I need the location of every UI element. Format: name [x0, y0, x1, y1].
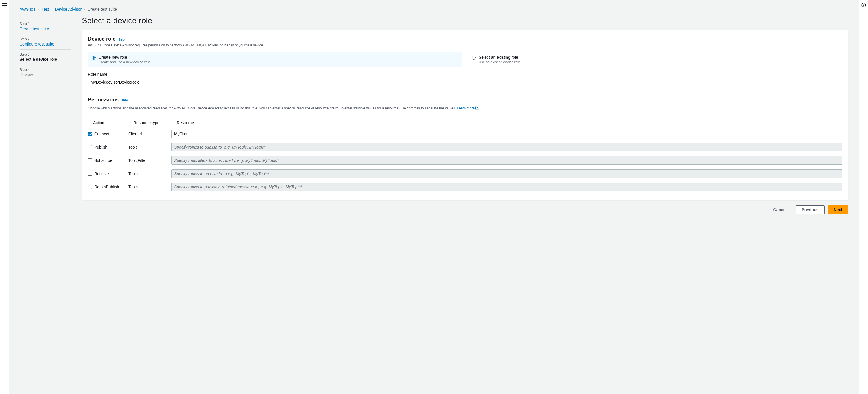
section-description: Choose which actions and the associated … [88, 106, 842, 111]
info-link[interactable]: Info [122, 98, 128, 102]
option-desc: Create and use a new device role [98, 60, 150, 64]
form-panel: Device role Info AWS IoT Core Device Adv… [82, 30, 848, 201]
chevron-right-icon: › [51, 7, 53, 11]
wizard-footer: Cancel Previous Next [82, 205, 848, 214]
info-icon[interactable] [861, 3, 866, 394]
chevron-right-icon: › [84, 7, 85, 11]
resource-input [172, 156, 842, 165]
perm-row-retainpublish: RetainPublish Topic [88, 180, 842, 194]
perm-row-subscribe: Subscribe TopicFilter [88, 154, 842, 167]
radio-icon [472, 56, 476, 60]
resource-input [172, 183, 842, 191]
section-heading: Permissions [88, 97, 119, 103]
resource-input [172, 169, 842, 178]
wizard-step-2[interactable]: Step 2 Configure test suite [20, 34, 71, 50]
svg-rect-2 [863, 5, 864, 7]
checkbox[interactable] [88, 145, 92, 149]
previous-button[interactable]: Previous [796, 205, 825, 214]
action-label: Publish [94, 145, 107, 150]
perm-row-connect: Connect ClientId [88, 127, 842, 140]
external-link-icon [475, 106, 479, 111]
radio-icon [92, 56, 96, 60]
next-button[interactable]: Next [828, 205, 848, 214]
option-existing-role[interactable]: Select an existing role Use an existing … [468, 52, 842, 67]
svg-point-1 [863, 4, 864, 5]
section-device-role: Device role Info AWS IoT Core Device Adv… [88, 36, 842, 87]
col-action: Action [93, 121, 133, 125]
step-title[interactable]: Configure test suite [20, 42, 71, 46]
step-label: Step 3 [20, 53, 71, 57]
resource-type: Topic [128, 145, 172, 150]
breadcrumb-link[interactable]: AWS IoT [20, 7, 36, 11]
checkbox[interactable] [88, 132, 92, 136]
section-permissions: Permissions Info Choose which actions an… [88, 97, 842, 111]
checkbox[interactable] [88, 185, 92, 189]
col-resource: Resource [177, 121, 842, 125]
step-label: Step 2 [20, 37, 71, 41]
col-resource-type: Resource type [133, 121, 177, 125]
resource-input [172, 143, 842, 152]
step-title: Review [20, 72, 71, 77]
breadcrumb-link[interactable]: Device Advisor [55, 7, 82, 11]
checkbox[interactable] [88, 172, 92, 176]
learn-more-link[interactable]: Learn more [457, 106, 478, 110]
option-create-role[interactable]: Create new role Create and use a new dev… [88, 52, 462, 67]
action-label: RetainPublish [94, 185, 119, 189]
step-title[interactable]: Create test suite [20, 27, 71, 31]
breadcrumb: AWS IoT › Test › Device Advisor › Create… [20, 5, 848, 13]
resource-type: Topic [128, 171, 172, 176]
role-name-label: Role name [88, 72, 842, 77]
info-link[interactable]: Info [119, 37, 125, 41]
permissions-table: Action Resource type Resource Connect [88, 118, 842, 194]
section-heading: Device role [88, 36, 116, 42]
step-label: Step 4 [20, 68, 71, 72]
role-name-input[interactable] [88, 78, 842, 87]
step-title: Select a device role [20, 57, 71, 62]
cancel-button[interactable]: Cancel [768, 205, 793, 214]
menu-icon[interactable] [2, 3, 7, 394]
option-title: Select an existing role [479, 55, 520, 60]
option-desc: Use an existing device role [479, 60, 520, 64]
option-title: Create new role [98, 55, 150, 60]
wizard-step-1[interactable]: Step 1 Create test suite [20, 19, 71, 34]
resource-input[interactable] [172, 130, 842, 138]
chevron-right-icon: › [38, 7, 39, 11]
step-label: Step 1 [20, 22, 71, 26]
checkbox[interactable] [88, 158, 92, 162]
resource-type: TopicFilter [128, 158, 172, 163]
wizard-step-3[interactable]: Step 3 Select a device role [20, 50, 71, 65]
perm-row-receive: Receive Topic [88, 167, 842, 180]
resource-type: ClientId [128, 132, 172, 136]
action-label: Subscribe [94, 158, 112, 163]
page-title: Select a device role [82, 16, 848, 25]
action-label: Receive [94, 171, 109, 176]
wizard-nav: Step 1 Create test suite Step 2 Configur… [20, 16, 71, 80]
wizard-step-4: Step 4 Review [20, 65, 71, 80]
perm-row-publish: Publish Topic [88, 140, 842, 154]
breadcrumb-current: Create test suite [88, 7, 117, 11]
resource-type: Topic [128, 185, 172, 189]
section-description: AWS IoT Core Device Advisor requires per… [88, 43, 842, 47]
breadcrumb-link[interactable]: Test [41, 7, 49, 11]
action-label: Connect [94, 132, 109, 136]
